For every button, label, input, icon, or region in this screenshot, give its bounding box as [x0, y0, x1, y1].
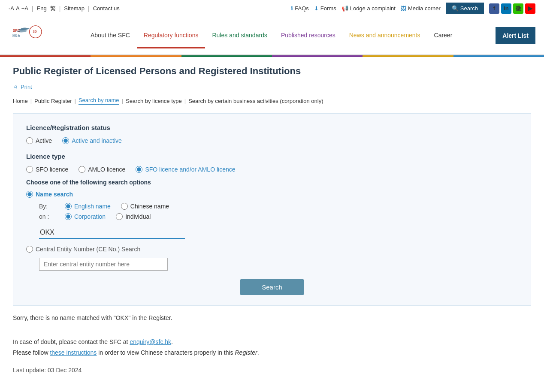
sitemap-link[interactable]: Sitemap	[64, 5, 85, 12]
licence-status-title: Licence/Registration status	[26, 124, 518, 131]
radio-individual[interactable]: Individual	[116, 213, 151, 220]
radio-amlo[interactable]: AMLO licence	[79, 166, 125, 173]
name-search-input[interactable]	[39, 227, 185, 239]
breadcrumb-public-register[interactable]: Public Register	[34, 98, 72, 104]
print-icon: 🖨	[13, 84, 18, 90]
lang-eng-link[interactable]: Eng	[37, 5, 47, 12]
radio-active-inactive[interactable]: Active and inactive	[62, 137, 122, 144]
breadcrumb-search-by-business[interactable]: Search by certain business activities (c…	[188, 98, 323, 104]
forms-icon: ⬇	[314, 5, 319, 12]
instructions-link[interactable]: these instructions	[50, 349, 97, 356]
social-icons-group: f in 微 ▶	[489, 3, 535, 14]
top-bar-right: ℹ FAQs ⬇ Forms 📢 Lodge a complaint 🖼 Med…	[291, 3, 535, 14]
licence-type-title: Licence type	[26, 153, 518, 160]
radio-sfo-amlo[interactable]: SFO licence and/or AMLO licence	[136, 166, 235, 173]
forms-link[interactable]: ⬇ Forms	[314, 5, 336, 12]
print-link[interactable]: 🖨 Print	[13, 84, 531, 90]
color-bar-5	[363, 55, 453, 57]
by-row: By: English name Chinese name	[39, 203, 518, 210]
page-content: Public Register of Licensed Persons and …	[0, 57, 544, 382]
breadcrumb-search-by-licence-type[interactable]: Search by licence type	[126, 98, 182, 104]
svg-text:證監會: 證監會	[12, 34, 20, 37]
color-bar-2	[91, 55, 181, 57]
email-link[interactable]: enquiry@sfc.hk	[130, 338, 171, 345]
radio-individual-input[interactable]	[116, 213, 123, 220]
font-decrease[interactable]: -A	[9, 5, 14, 12]
by-on-table: By: English name Chinese name on :	[39, 203, 518, 220]
nav-color-bar	[0, 55, 544, 57]
name-search-radio: Name search	[26, 191, 518, 198]
radio-active-inactive-input[interactable]	[62, 137, 69, 144]
nav-news-announcements[interactable]: News and announcements	[342, 23, 427, 48]
media-corner-link[interactable]: 🖼 Media corner	[401, 5, 441, 12]
search-options-title: Choose one of the following search optio…	[26, 179, 518, 186]
ce-number-input[interactable]	[39, 258, 168, 271]
faqs-link[interactable]: ℹ FAQs	[291, 5, 309, 12]
breadcrumb: Home | Public Register | Search by name …	[13, 97, 531, 105]
radio-english-name-input[interactable]	[65, 203, 72, 210]
linkedin-icon[interactable]: in	[501, 3, 511, 14]
top-utility-bar: -A A +A | Eng 繁 | Sitemap | Contact us ℹ…	[0, 0, 544, 17]
nav-rules-standards[interactable]: Rules and standards	[205, 23, 274, 48]
last-update: Last update: 03 Dec 2024	[13, 367, 531, 374]
name-search-radio-input[interactable]	[26, 191, 33, 198]
radio-corporation[interactable]: Corporation	[65, 213, 106, 220]
radio-sfo-input[interactable]	[26, 166, 33, 173]
complaint-icon: 📢	[342, 5, 348, 12]
media-icon: 🖼	[401, 5, 406, 12]
nav-regulatory-functions[interactable]: Regulatory functions	[137, 23, 206, 48]
radio-sfo[interactable]: SFO licence	[26, 166, 68, 173]
sfc-logo-svg: SFC 證監會 35	[11, 23, 45, 48]
ce-input-row	[39, 258, 518, 271]
color-bar-3	[181, 55, 272, 57]
sfc-logo[interactable]: SFC 證監會 35	[9, 21, 47, 51]
search-button-row: Search	[26, 279, 518, 295]
font-normal[interactable]: A	[16, 5, 20, 12]
footer-info: In case of doubt, please contact the SFC…	[13, 337, 531, 358]
on-options: Corporation Individual	[65, 213, 151, 220]
breadcrumb-search-by-name[interactable]: Search by name	[79, 97, 119, 105]
alert-list-button[interactable]: Alert List	[496, 27, 535, 45]
logo-area: SFC 證監會 35	[9, 17, 47, 54]
main-nav-links: About the SFC Regulatory functions Rules…	[84, 23, 459, 48]
breadcrumb-home[interactable]: Home	[13, 98, 28, 104]
top-search-button[interactable]: 🔍 Search	[446, 3, 484, 14]
search-icon: 🔍	[452, 5, 459, 12]
facebook-icon[interactable]: f	[489, 3, 499, 14]
radio-corporation-input[interactable]	[65, 213, 72, 220]
font-increase[interactable]: +A	[21, 5, 28, 12]
svg-text:35: 35	[33, 30, 37, 33]
licence-type-radio-group: SFO licence AMLO licence SFO licence and…	[26, 166, 518, 173]
result-message: Sorry, there is no name matched with "OK…	[13, 314, 531, 321]
color-bar-4	[272, 55, 363, 57]
main-navigation: SFC 證監會 35 About the SFC Regulatory func…	[0, 17, 544, 55]
top-bar-left: -A A +A | Eng 繁 | Sitemap | Contact us	[9, 5, 120, 12]
nav-published-resources[interactable]: Published resources	[274, 23, 342, 48]
radio-sfo-amlo-input[interactable]	[136, 166, 142, 173]
color-bar-1	[0, 55, 91, 57]
licence-status-radio-group: Active Active and inactive	[26, 137, 518, 144]
radio-english-name[interactable]: English name	[65, 203, 111, 210]
name-input-row	[39, 227, 518, 239]
lodge-complaint-link[interactable]: 📢 Lodge a complaint	[342, 5, 396, 12]
nav-career[interactable]: Career	[427, 23, 459, 48]
on-row: on : Corporation Individual	[39, 213, 518, 220]
radio-chinese-name-input[interactable]	[121, 203, 128, 210]
page-title: Public Register of Licensed Persons and …	[13, 66, 531, 77]
youtube-icon[interactable]: ▶	[525, 3, 535, 14]
radio-active[interactable]: Active	[26, 137, 52, 144]
lang-chinese-link[interactable]: 繁	[50, 5, 56, 12]
radio-amlo-input[interactable]	[79, 166, 85, 173]
ce-search-radio: Central Entity Number (CE No.) Search	[26, 246, 518, 253]
search-form: Licence/Registration status Active Activ…	[13, 113, 531, 306]
wechat-icon[interactable]: 微	[513, 3, 523, 14]
by-options: English name Chinese name	[65, 203, 169, 210]
nav-about-sfc[interactable]: About the SFC	[84, 23, 137, 48]
radio-active-input[interactable]	[26, 137, 33, 144]
faq-icon: ℹ	[291, 5, 293, 12]
ce-search-radio-input[interactable]	[26, 246, 33, 253]
radio-chinese-name[interactable]: Chinese name	[121, 203, 169, 210]
contact-us-link[interactable]: Contact us	[93, 5, 120, 12]
font-size-controls: -A A +A	[9, 5, 28, 12]
search-button[interactable]: Search	[240, 279, 304, 295]
